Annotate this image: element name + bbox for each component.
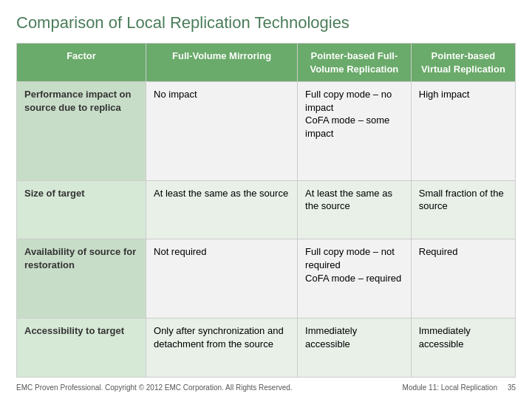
table-row: Performance impact on source due to repl… [17, 82, 516, 181]
footer-module: Module 11: Local Replication 35 [403, 383, 516, 392]
cell-r1-c3: Small fraction of the source [411, 180, 515, 239]
header-factor: Factor [17, 44, 146, 82]
comparison-table: Factor Full-Volume Mirroring Pointer-bas… [16, 43, 516, 378]
footer-copyright: EMC Proven Professional. Copyright © 201… [16, 383, 293, 392]
cell-r2-c0: Availability of source for restoration [17, 239, 146, 318]
table-row: Availability of source for restorationNo… [17, 239, 516, 318]
header-row: Factor Full-Volume Mirroring Pointer-bas… [17, 44, 516, 82]
table-row: Accessibility to targetOnly after synchr… [17, 318, 516, 378]
cell-r1-c0: Size of target [17, 180, 146, 239]
cell-r0-c2: Full copy mode – no impact CoFA mode – s… [298, 82, 412, 181]
cell-r2-c3: Required [411, 239, 515, 318]
cell-r2-c2: Full copy mode – not required CoFA mode … [298, 239, 412, 318]
cell-r3-c0: Accessibility to target [17, 318, 146, 378]
cell-r0-c1: No impact [146, 82, 298, 181]
table-row: Size of targetAt least the same as the s… [17, 180, 516, 239]
header-pointer-virtual: Pointer-based Virtual Replication [411, 44, 515, 82]
cell-r0-c0: Performance impact on source due to repl… [17, 82, 146, 181]
header-full-volume: Full-Volume Mirroring [146, 44, 298, 82]
footer: EMC Proven Professional. Copyright © 201… [16, 383, 516, 392]
cell-r1-c1: At least the same as the source [146, 180, 298, 239]
page-title: Comparison of Local Replication Technolo… [16, 13, 516, 33]
cell-r0-c3: High impact [411, 82, 515, 181]
header-pointer-full: Pointer-based Full-Volume Replication [298, 44, 412, 82]
cell-r2-c1: Not required [146, 239, 298, 318]
cell-r3-c1: Only after synchronization and detachmen… [146, 318, 298, 378]
cell-r3-c2: Immediately accessible [298, 318, 412, 378]
cell-r1-c2: At least the same as the source [298, 180, 412, 239]
page: Comparison of Local Replication Technolo… [0, 0, 532, 399]
cell-r3-c3: Immediately accessible [411, 318, 515, 378]
